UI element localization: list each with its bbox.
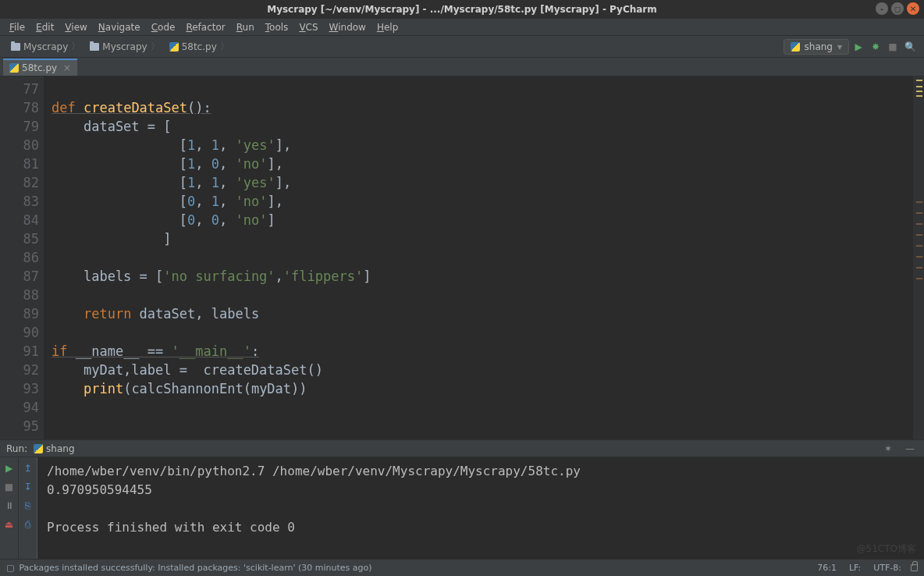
line-number[interactable]: 81 (0, 155, 39, 173)
line-number[interactable]: 83 (0, 192, 39, 211)
menu-view[interactable]: View (60, 20, 91, 34)
code-line[interactable] (52, 323, 913, 342)
status-message[interactable]: Packages installed successfully: Install… (19, 563, 371, 573)
code-line[interactable] (52, 398, 913, 417)
line-number[interactable]: 77 (0, 80, 39, 98)
code-line[interactable] (52, 286, 913, 304)
run-tool-title: Run: (6, 443, 27, 454)
line-number[interactable]: 80 (0, 136, 39, 155)
close-icon[interactable]: ✕ (907, 2, 919, 15)
code-line[interactable]: print(calcShannonEnt(myDat)) (52, 379, 913, 398)
gear-icon[interactable]: ✶ (880, 441, 896, 457)
run-tool-window: Run: shang ✶ — ▶ ■ ⏸ ⏏ ↥ ↧ ⎘ ⎙ /home/wbe… (0, 439, 924, 559)
code-line[interactable] (52, 417, 913, 436)
file-tab-label: 58tc.py (22, 62, 57, 73)
code-line[interactable]: [0, 1, 'no'], (52, 192, 913, 211)
error-stripe[interactable] (913, 76, 924, 439)
line-number[interactable]: 79 (0, 117, 39, 136)
menu-help[interactable]: Help (372, 20, 403, 34)
maximize-icon[interactable]: ◻ (891, 2, 904, 15)
code-line[interactable] (52, 80, 913, 98)
line-number[interactable]: 85 (0, 229, 39, 248)
menu-code[interactable]: Code (147, 20, 180, 34)
window-title: Myscrapy [~/venv/Myscrapy] - .../Myscrap… (267, 4, 657, 15)
breadcrumb-item[interactable]: 58tc.py〉 (165, 38, 234, 55)
line-number[interactable]: 89 (0, 304, 39, 323)
chevron-right-icon: 〉 (151, 40, 160, 53)
line-number[interactable]: 90 (0, 323, 39, 342)
breadcrumb-item[interactable]: Myscrapy〉 (85, 38, 164, 55)
soft-wrap-icon[interactable]: ⎘ (22, 500, 34, 512)
run-toolbar-left: ▶ ■ ⏸ ⏏ (0, 457, 19, 559)
run-tool-config[interactable]: shang (34, 443, 74, 454)
exit-button[interactable]: ⏏ (3, 518, 16, 531)
breadcrumb-item[interactable]: Myscrapy〉 (6, 38, 85, 55)
code-line[interactable]: dataSet = [ (52, 117, 913, 136)
python-icon (34, 444, 43, 453)
menu-run[interactable]: Run (232, 20, 259, 34)
cursor-position[interactable]: 76:1 (811, 563, 843, 573)
folder-icon (11, 43, 20, 51)
line-number[interactable]: 84 (0, 211, 39, 229)
menu-file[interactable]: File (5, 20, 30, 34)
code-line[interactable]: if __name__ == '__main__': (52, 342, 913, 361)
lock-icon[interactable] (911, 564, 918, 571)
line-number[interactable]: 82 (0, 173, 39, 192)
debug-button[interactable]: ✸ (868, 39, 883, 55)
line-gutter[interactable]: 777879808182838485868788899091▶92939495 (0, 76, 44, 439)
code-line[interactable]: def createDataSet(): (52, 98, 913, 117)
line-separator[interactable]: LF: (843, 563, 867, 573)
line-number[interactable]: 94 (0, 398, 39, 417)
status-icon[interactable]: ▢ (6, 563, 14, 573)
line-number[interactable]: 91▶ (0, 342, 39, 361)
line-number[interactable]: 93 (0, 379, 39, 398)
up-nav-icon[interactable]: ↥ (22, 462, 34, 475)
code-line[interactable]: [1, 1, 'yes'], (52, 173, 913, 192)
down-nav-icon[interactable]: ↧ (22, 481, 34, 493)
run-button[interactable]: ▶ (851, 39, 866, 55)
menu-tools[interactable]: Tools (261, 20, 293, 34)
code-line[interactable]: labels = ['no surfacing','flippers'] (52, 267, 913, 286)
python-icon (169, 42, 179, 52)
file-encoding[interactable]: UTF-8: (867, 563, 908, 573)
line-number[interactable]: 88 (0, 286, 39, 304)
menu-refactor[interactable]: Refactor (181, 20, 229, 34)
status-bar: ▢ Packages installed successfully: Insta… (0, 559, 924, 576)
run-config-label: shang (805, 41, 833, 52)
stop-button[interactable]: ■ (885, 39, 901, 55)
code-line[interactable]: [1, 1, 'yes'], (52, 136, 913, 155)
line-number[interactable]: 95 (0, 417, 39, 436)
rerun-button[interactable]: ▶ (3, 462, 16, 475)
menu-navigate[interactable]: Navigate (94, 20, 145, 34)
line-number[interactable]: 92 (0, 361, 39, 379)
print-icon[interactable]: ⎙ (22, 518, 34, 531)
minimize-icon[interactable]: ‐ (876, 2, 888, 15)
code-line[interactable]: return dataSet, labels (52, 304, 913, 323)
code-line[interactable] (52, 248, 913, 267)
code-line[interactable]: ] (52, 229, 913, 248)
code-line[interactable]: [0, 0, 'no'] (52, 211, 913, 229)
hide-tool-icon[interactable]: — (902, 441, 918, 457)
code-line[interactable]: [1, 0, 'no'], (52, 155, 913, 173)
code-editor[interactable]: def createDataSet(): dataSet = [ [1, 1, … (44, 76, 913, 439)
run-toolbar-left2: ↥ ↧ ⎘ ⎙ (19, 457, 37, 559)
line-number[interactable]: 86 (0, 248, 39, 267)
watermark: @51CTO博客 (857, 542, 916, 556)
pause-button[interactable]: ⏸ (3, 500, 16, 512)
breadcrumb[interactable]: Myscrapy〉Myscrapy〉58tc.py〉 (6, 38, 234, 55)
run-tool-header[interactable]: Run: shang ✶ — (0, 440, 924, 457)
file-tab[interactable]: 58tc.py × (3, 59, 77, 76)
close-tab-icon[interactable]: × (60, 62, 71, 73)
console-output[interactable]: /home/wber/venv/bin/python2.7 /home/wber… (37, 457, 924, 559)
chevron-right-icon: 〉 (220, 40, 229, 53)
code-line[interactable]: myDat,label = createDataSet() (52, 361, 913, 379)
stop-button[interactable]: ■ (3, 481, 16, 493)
menu-vcs[interactable]: VCS (294, 20, 322, 34)
line-number[interactable]: 78 (0, 98, 39, 117)
folder-icon (90, 43, 99, 51)
menu-edit[interactable]: Edit (31, 20, 59, 34)
line-number[interactable]: 87 (0, 267, 39, 286)
run-config-selector[interactable]: shang ▾ (784, 39, 849, 55)
menu-window[interactable]: Window (325, 20, 371, 34)
search-button[interactable]: 🔍 (902, 39, 918, 55)
